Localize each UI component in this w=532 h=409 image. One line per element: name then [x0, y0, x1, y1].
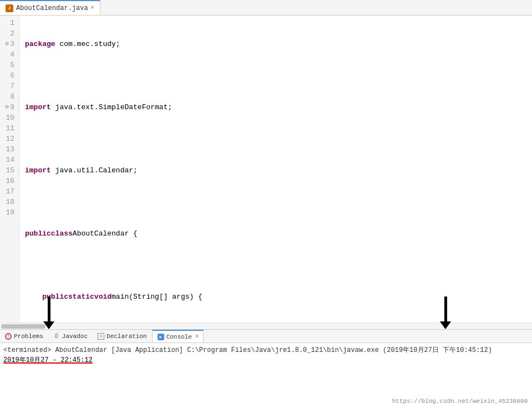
problems-icon: ! [4, 333, 12, 340]
tab-close-button[interactable]: × [91, 5, 94, 11]
console-terminated-line: <terminated> AboutCalendar [Java Applica… [3, 345, 529, 355]
java-file-icon: J [6, 4, 13, 12]
tab-problems[interactable]: ! Problems [0, 330, 48, 342]
code-line-9: public static void main(String[] args) { [25, 292, 532, 302]
declaration-label: Declaration [107, 333, 147, 340]
console-label: Console [166, 334, 192, 340]
code-line-5: import java.util.Calendar; [25, 165, 532, 176]
fold-icon-3[interactable]: ⊖ [6, 39, 9, 49]
code-line-2 [25, 70, 532, 81]
console-output-line: 2019年10月27 - 22:45:12 [3, 355, 529, 365]
tab-bar: J AboutCalendar.java × [0, 0, 532, 16]
fold-icon-9[interactable]: ⊖ [6, 102, 9, 113]
javadoc-label: Javadoc [62, 333, 88, 340]
tab-javadoc[interactable]: @ Javadoc [48, 330, 93, 342]
problems-label: Problems [14, 333, 43, 340]
csdn-url[interactable]: https://blog.csdn.net/weixin_45238600 [392, 398, 528, 405]
editor-area: 1 2 ⊖3 4 5 6 7 8 ⊖9 10 11 12 13 14 15 16 [0, 16, 532, 323]
javadoc-icon: @ [53, 333, 60, 340]
scrollbar-thumb[interactable] [1, 324, 45, 329]
bottom-panel: ! Problems @ Javadoc D Declaration ▶ Con… [0, 329, 532, 409]
console-icon: ▶ [157, 333, 165, 341]
code-container: 1 2 ⊖3 4 5 6 7 8 ⊖9 10 11 12 13 14 15 16 [0, 16, 532, 323]
code-line-6 [25, 197, 532, 207]
console-content: <terminated> AboutCalendar [Java Applica… [0, 343, 532, 409]
code-line-3: import java.text.SimpleDateFormat; [25, 102, 532, 113]
output-text: 2019年10月27 - 22:45:12 [3, 356, 93, 364]
code-line-4 [25, 134, 532, 144]
tab-filename: AboutCalendar.java [16, 4, 88, 12]
tab-console[interactable]: ▶ Console × [152, 330, 204, 342]
declaration-icon: D [97, 333, 105, 340]
bottom-tab-bar: ! Problems @ Javadoc D Declaration ▶ Con… [0, 330, 532, 343]
code-editor[interactable]: package com.mec.study; import java.text.… [19, 16, 532, 323]
code-line-1: package com.mec.study; [25, 39, 532, 49]
editor-scrollbar[interactable] [0, 323, 532, 329]
line-numbers: 1 2 ⊖3 4 5 6 7 8 ⊖9 10 11 12 13 14 15 16 [0, 16, 19, 323]
file-tab[interactable]: J AboutCalendar.java × [0, 0, 100, 15]
terminated-text: <terminated> AboutCalendar [Java Applica… [3, 346, 492, 354]
console-tab-close[interactable]: × [195, 334, 199, 340]
code-line-7: public class AboutCalendar { [25, 228, 532, 239]
tab-declaration[interactable]: D Declaration [93, 330, 152, 342]
code-line-8 [25, 260, 532, 270]
